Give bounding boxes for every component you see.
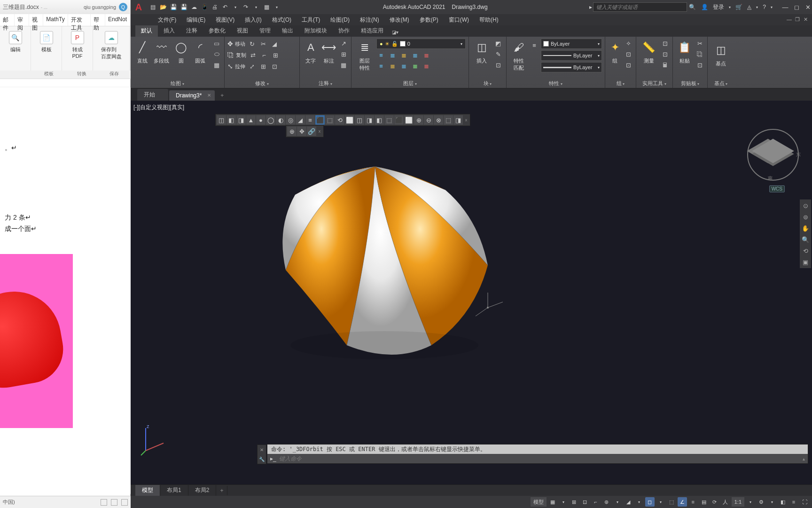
layout-view-icon[interactable] xyxy=(101,499,107,506)
qat-plot-icon[interactable]: 🖨 xyxy=(211,3,219,11)
polyline-button[interactable]: 〰多段线 xyxy=(153,39,170,64)
array-icon[interactable]: ⊞ xyxy=(258,62,268,71)
rtab-featured[interactable]: 精选应用 xyxy=(355,25,389,37)
word-tab-endnote[interactable]: EndNot xyxy=(105,14,130,26)
word-pdf-button[interactable]: P转成 PDF xyxy=(62,26,93,78)
edit-block-icon[interactable]: ✎ xyxy=(493,49,503,59)
leader-icon[interactable]: ↗ xyxy=(339,39,348,48)
ungroup-icon[interactable]: ✧ xyxy=(624,39,633,48)
line-button[interactable]: ╱直线 xyxy=(133,39,151,64)
scale-button[interactable]: 1:1 xyxy=(732,497,744,507)
layer-tool-icon[interactable]: ≡ xyxy=(376,50,386,60)
mdi-close-icon[interactable]: ✕ xyxy=(804,16,811,23)
layout-tab-2[interactable]: 布局2 xyxy=(188,485,217,496)
search-icon[interactable]: 🔍 xyxy=(687,4,697,10)
layer-dropdown[interactable]: ●☀🔓0▾ xyxy=(376,39,466,49)
text-button[interactable]: A文字 xyxy=(303,39,319,64)
fillet-icon[interactable]: ⌐ xyxy=(259,50,269,60)
rtab-annot[interactable]: 注释 xyxy=(180,25,203,37)
menu-window[interactable]: 窗口(W) xyxy=(444,15,474,25)
rtab-addin[interactable]: 附加模块 xyxy=(299,25,333,37)
rect-icon[interactable]: ▭ xyxy=(212,39,221,48)
scale-icon[interactable]: ⤢ xyxy=(247,62,257,71)
help-icon[interactable]: ? xyxy=(763,4,766,10)
panel-group-label[interactable]: 组 xyxy=(605,80,636,87)
group-button[interactable]: ✦组 xyxy=(608,39,622,64)
web-view-icon[interactable] xyxy=(121,499,128,506)
isodraft-icon[interactable]: ◢ xyxy=(624,497,633,507)
word-tab-review[interactable]: 审阅 xyxy=(15,14,29,26)
layout-tab-model[interactable]: 模型 xyxy=(135,485,160,496)
menu-draw[interactable]: 绘图(D) xyxy=(326,15,354,25)
lwt-icon[interactable]: ≡ xyxy=(688,497,698,507)
command-input[interactable] xyxy=(279,455,800,462)
link-icon[interactable]: 🔗 xyxy=(307,127,316,136)
print-view-icon[interactable] xyxy=(111,499,117,506)
select-icon[interactable]: ⊡ xyxy=(660,39,670,48)
word-edit-button[interactable]: 🔍编辑 xyxy=(0,26,31,78)
pan-icon[interactable]: ✥ xyxy=(297,127,306,136)
menu-edit[interactable]: 编辑(E) xyxy=(182,15,210,25)
cmd-close-icon[interactable]: ✕ xyxy=(260,447,264,452)
customize-icon[interactable]: ≡ xyxy=(789,497,798,507)
cylinder-icon[interactable]: ◯ xyxy=(266,115,275,125)
calc-icon[interactable]: 🖩 xyxy=(660,60,670,70)
menu-file[interactable]: 文件(F) xyxy=(153,15,181,25)
viewport-label[interactable]: [-][自定义视图][真实] xyxy=(133,103,184,111)
rtab-insert[interactable]: 插入 xyxy=(158,25,180,37)
basepoint-button[interactable]: ◫基点 xyxy=(710,41,731,67)
zoom-icon[interactable]: 🔍 xyxy=(801,234,810,245)
word-tab-help[interactable]: 帮助 xyxy=(91,14,105,26)
cycling-icon[interactable]: ⟳ xyxy=(710,497,719,507)
cut-icon[interactable]: ✂ xyxy=(695,39,704,48)
osnap-icon[interactable]: ◻ xyxy=(645,497,655,507)
word-tab-mail[interactable]: 邮件 xyxy=(0,14,15,26)
qat-new-icon[interactable]: ▤ xyxy=(148,3,157,11)
qat-undo-icon[interactable]: ↶ xyxy=(221,3,229,11)
intersect-icon[interactable]: ⊗ xyxy=(434,115,443,125)
lineweight-dropdown[interactable]: ByLayer▾ xyxy=(541,62,602,72)
tab-close-icon[interactable]: ✕ xyxy=(207,93,211,98)
cmd-history-arrow-icon[interactable]: ▴ xyxy=(803,456,805,461)
dim-button[interactable]: ⟷标注 xyxy=(321,39,337,64)
qat-workspace-icon[interactable]: ▦ xyxy=(262,3,271,11)
rtab-collab[interactable]: 协作 xyxy=(333,25,355,37)
word-baidu-button[interactable]: ☁保存到 百度网盘 xyxy=(93,26,130,78)
word-document-area[interactable]: 。↵ 力 2 条↵ 成一个面↵ xyxy=(0,87,131,494)
orbit2-icon[interactable]: ⟲ xyxy=(801,246,810,256)
linetype-dropdown[interactable]: ByLayer▾ xyxy=(541,50,602,61)
ellipse-icon[interactable]: ⬭ xyxy=(212,49,221,59)
fullnav-icon[interactable]: ⊙ xyxy=(801,200,810,211)
stretch-button[interactable]: ⤡拉伸⤢⊞⊡ xyxy=(227,61,297,71)
embedded-image[interactable] xyxy=(0,254,73,428)
menu-modify[interactable]: 修改(M) xyxy=(385,15,414,25)
color-dropdown[interactable]: ByLayer▾ xyxy=(541,39,602,49)
torus-icon[interactable]: ◐ xyxy=(276,115,285,125)
rotate-icon[interactable]: ↻ xyxy=(247,39,257,48)
insert-block-button[interactable]: ◫插入 xyxy=(472,39,492,64)
create-block-icon[interactable]: ◩ xyxy=(493,39,503,48)
word-tab-dev[interactable]: 开发工具 xyxy=(68,14,91,26)
box-icon[interactable]: ◫ xyxy=(217,115,226,125)
panel-draw-label[interactable]: 绘图 xyxy=(131,80,224,87)
user-icon[interactable]: 👤 xyxy=(701,4,708,10)
word-tab-mathtype[interactable]: MathTy xyxy=(43,14,68,26)
menu-insert[interactable]: 插入(I) xyxy=(240,15,266,25)
panel-layer-label[interactable]: 图层 xyxy=(351,80,468,87)
command-line[interactable]: ✕🔧 命令: '_3DFOrbit 按 ESC 或 ENTER 键退出，或者单击… xyxy=(267,444,808,464)
polar-icon[interactable]: ⊛ xyxy=(602,497,611,507)
panel-modify-label[interactable]: 修改 xyxy=(225,80,299,87)
paste-button[interactable]: 📋粘贴 xyxy=(676,39,693,64)
subtract-icon[interactable]: ⊖ xyxy=(424,115,433,125)
mdi-min-icon[interactable]: — xyxy=(787,16,794,23)
qat-mobile-icon[interactable]: 📱 xyxy=(200,3,209,11)
menu-param[interactable]: 参数(P) xyxy=(415,15,443,25)
qat-save-icon[interactable]: 💾 xyxy=(169,3,178,11)
wcs-badge[interactable]: WCS xyxy=(769,185,785,192)
wedge-icon[interactable]: ◢ xyxy=(296,115,305,125)
rtab-param[interactable]: 参数化 xyxy=(203,25,231,37)
word-template-button[interactable]: 📄模板 xyxy=(31,26,62,78)
cmd-wrench-icon[interactable]: 🔧 xyxy=(259,457,265,462)
login-button[interactable]: 登录 xyxy=(713,3,724,11)
panel-base-label[interactable]: 基点 xyxy=(708,80,734,87)
